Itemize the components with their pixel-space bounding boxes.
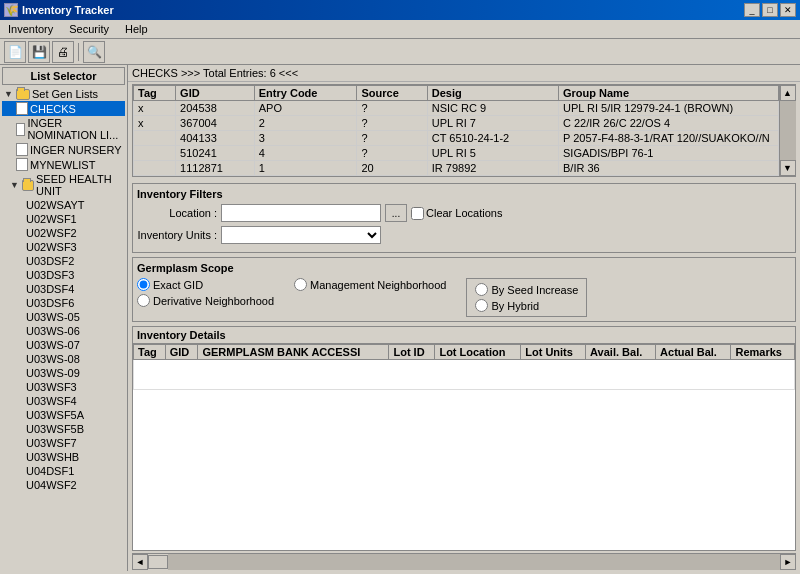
cell-source: ? (357, 146, 427, 161)
sidebar-item-u03ws07[interactable]: U03WS-07 (2, 338, 125, 352)
sidebar-item-label-u03wshb: U03WSHB (26, 451, 79, 463)
sidebar-item-inger-nomination[interactable]: INGER NOMINATION LI... (2, 116, 125, 142)
sidebar-item-u03ws06[interactable]: U03WS-06 (2, 324, 125, 338)
sidebar-item-u03dsf4[interactable]: U03DSF4 (2, 282, 125, 296)
main-table-scrollbar[interactable]: ▲ ▼ (779, 85, 795, 176)
main-table-container: Tag GID Entry Code Source Desig Group Na… (132, 84, 796, 177)
sidebar-item-label-u02wsf1: U02WSF1 (26, 213, 77, 225)
table-row[interactable]: 510241 4 ? UPL RI 5 SIGADIS/BPI 76-1 (134, 146, 779, 161)
expand-icon: ▼ (4, 89, 14, 99)
cell-group-name: B/IR 36 (559, 161, 779, 176)
location-label: Location : (137, 207, 217, 219)
table-row[interactable]: x 367004 2 ? UPL RI 7 C 22/IR 26/C 22/OS… (134, 116, 779, 131)
sidebar-item-u03wsf5b[interactable]: U03WSF5B (2, 422, 125, 436)
sidebar-item-checks[interactable]: CHECKS (2, 101, 125, 116)
sidebar-item-inger-nursery[interactable]: INGER NURSERY (2, 142, 125, 157)
main-data-table: Tag GID Entry Code Source Desig Group Na… (133, 85, 779, 176)
exact-gid-label: Exact GID (137, 278, 274, 291)
sidebar-item-label-u03ws05: U03WS-05 (26, 311, 80, 323)
sidebar-item-u03dsf2[interactable]: U03DSF2 (2, 254, 125, 268)
sidebar-item-u03dsf6[interactable]: U03DSF6 (2, 296, 125, 310)
detail-col-remarks: Remarks (731, 345, 795, 360)
sidebar-item-label-seedhealth: SEED HEALTH UNIT (36, 173, 123, 197)
scroll-left-button[interactable]: ◄ (132, 554, 148, 570)
sidebar-item-u02wsf1[interactable]: U02WSF1 (2, 212, 125, 226)
by-hybrid-radio[interactable] (475, 299, 488, 312)
scroll-up-button[interactable]: ▲ (780, 85, 796, 101)
derivative-neighborhood-label: Derivative Neighborhood (137, 294, 274, 307)
sidebar-item-label-u04wsf2: U04WSF2 (26, 479, 77, 491)
sidebar-item-seed-health[interactable]: ▼ SEED HEALTH UNIT (2, 172, 125, 198)
location-input[interactable] (221, 204, 381, 222)
detail-col-lot-units: Lot Units (521, 345, 586, 360)
detail-col-gid: GID (165, 345, 198, 360)
app-icon: 🌾 (4, 3, 18, 17)
menu-help[interactable]: Help (121, 22, 152, 36)
detail-col-tag: Tag (134, 345, 166, 360)
exact-gid-radio[interactable] (137, 278, 150, 291)
minimize-button[interactable]: _ (744, 3, 760, 17)
toolbar-separator (78, 43, 79, 61)
menu-inventory[interactable]: Inventory (4, 22, 57, 36)
derivative-neighborhood-radio[interactable] (137, 294, 150, 307)
sidebar-item-u02wsf2[interactable]: U02WSF2 (2, 226, 125, 240)
hscroll-thumb[interactable] (148, 555, 168, 569)
cell-tag: x (134, 116, 176, 131)
browse-button[interactable]: ... (385, 204, 407, 222)
toolbar: 📄 💾 🖨 🔍 (0, 39, 800, 65)
sidebar-item-u03ws09[interactable]: U03WS-09 (2, 366, 125, 380)
sidebar-item-label-u03ws07: U03WS-07 (26, 339, 80, 351)
doc-icon-ingernomination (16, 123, 25, 136)
inventory-details-title: Inventory Details (133, 327, 795, 344)
scroll-track (780, 101, 796, 160)
toolbar-print-button[interactable]: 🖨 (52, 41, 74, 63)
sidebar-item-label-u03dsf6: U03DSF6 (26, 297, 74, 309)
inventory-units-select[interactable] (221, 226, 381, 244)
management-neighborhood-radio[interactable] (294, 278, 307, 291)
sidebar-sets-label[interactable]: ▼ Set Gen Lists (2, 87, 125, 101)
sidebar-item-u04wsf2[interactable]: U04WSF2 (2, 478, 125, 492)
sidebar-item-label-u02wsf3: U02WSF3 (26, 241, 77, 253)
scroll-right-button[interactable]: ► (780, 554, 796, 570)
cell-desig: UPL RI 7 (427, 116, 558, 131)
table-row[interactable]: 404133 3 ? CT 6510-24-1-2 P 2057-F4-88-3… (134, 131, 779, 146)
sidebar-item-u04dsf1[interactable]: U04DSF1 (2, 464, 125, 478)
sidebar-item-u02wsf3[interactable]: U02WSF3 (2, 240, 125, 254)
sidebar-item-mynewlist[interactable]: MYNEWLIST (2, 157, 125, 172)
sidebar-item-label-ingernomination: INGER NOMINATION LI... (27, 117, 123, 141)
menu-security[interactable]: Security (65, 22, 113, 36)
col-header-source: Source (357, 86, 427, 101)
col-header-tag: Tag (134, 86, 176, 101)
sidebar-item-u03wsf4[interactable]: U03WSF4 (2, 394, 125, 408)
sidebar-item-u03wsf3[interactable]: U03WSF3 (2, 380, 125, 394)
details-empty-row (134, 360, 795, 390)
title-buttons: _ □ ✕ (744, 3, 796, 17)
table-row[interactable]: x 204538 APO ? NSIC RC 9 UPL RI 5/IR 129… (134, 101, 779, 116)
scroll-down-button[interactable]: ▼ (780, 160, 796, 176)
toolbar-new-button[interactable]: 📄 (4, 41, 26, 63)
sidebar-item-u03ws05[interactable]: U03WS-05 (2, 310, 125, 324)
doc-icon-checks (16, 102, 28, 115)
detail-col-lot-id: Lot ID (389, 345, 435, 360)
sidebar-item-u03wsf5a[interactable]: U03WSF5A (2, 408, 125, 422)
toolbar-search-button[interactable]: 🔍 (83, 41, 105, 63)
clear-locations-checkbox[interactable] (411, 207, 424, 220)
sidebar-item-u02wsayt[interactable]: U02WSAYT (2, 198, 125, 212)
sidebar-item-label-u03ws06: U03WS-06 (26, 325, 80, 337)
cell-source: ? (357, 116, 427, 131)
cell-source: ? (357, 101, 427, 116)
sidebar-item-u03ws08[interactable]: U03WS-08 (2, 352, 125, 366)
close-button[interactable]: ✕ (780, 3, 796, 17)
maximize-button[interactable]: □ (762, 3, 778, 17)
sidebar-item-u03dsf3[interactable]: U03DSF3 (2, 268, 125, 282)
toolbar-save-button[interactable]: 💾 (28, 41, 50, 63)
sidebar-item-label-u02wsf2: U02WSF2 (26, 227, 77, 239)
table-row[interactable]: 1112871 1 20 IR 79892 B/IR 36 (134, 161, 779, 176)
sidebar-item-u03wsf7[interactable]: U03WSF7 (2, 436, 125, 450)
sidebar-item-label-u02wsayt: U02WSAYT (26, 199, 84, 211)
by-seed-increase-radio[interactable] (475, 283, 488, 296)
sidebar-item-u03wshb[interactable]: U03WSHB (2, 450, 125, 464)
app-title: Inventory Tracker (22, 4, 114, 16)
germplasm-radio-col2: Management Neighborhood (294, 278, 446, 317)
main-container: List Selector ▼ Set Gen Lists CHECKS ING… (0, 65, 800, 571)
